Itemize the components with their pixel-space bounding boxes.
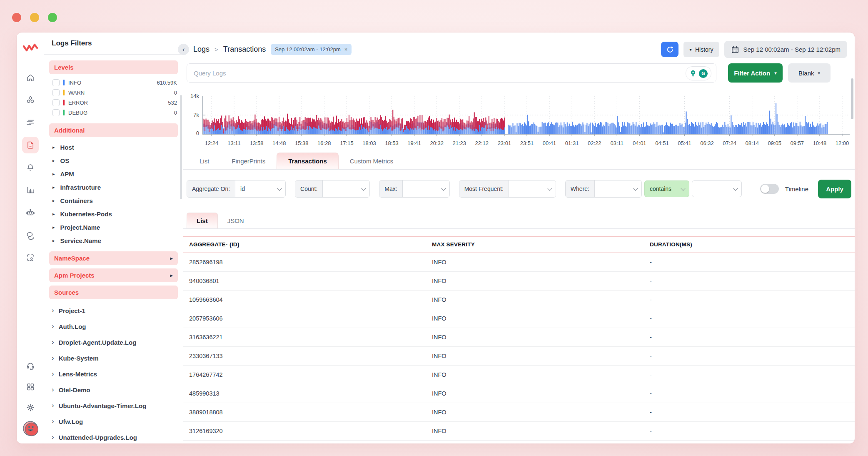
filter-select-where-value[interactable] — [692, 180, 742, 197]
services-cluster-icon[interactable] — [22, 92, 39, 108]
namespace-section-header[interactable]: NameSpace ▸ — [49, 251, 178, 265]
traces-list-icon[interactable] — [22, 114, 39, 131]
table-row[interactable]: 2330367133INFO- — [183, 347, 855, 366]
chip-close-icon[interactable]: × — [344, 46, 348, 53]
table-header: AGGREGATE- {ID} MAX SEVERITY DURATION(MS… — [183, 236, 855, 253]
additional-item-host[interactable]: ▸Host — [49, 140, 178, 154]
refresh-button[interactable] — [661, 42, 678, 57]
checkbox[interactable] — [52, 99, 60, 106]
source-item-project-1[interactable]: ›Project-1 — [49, 303, 178, 318]
level-row-debug[interactable]: DEBUG0 — [49, 108, 178, 118]
filter-select-aggregate-on[interactable]: id — [235, 180, 285, 197]
back-button[interactable]: ‹ — [178, 44, 189, 55]
cell-aggregate-id: 1764267742 — [189, 371, 432, 378]
levels-section-header[interactable]: Levels — [49, 60, 178, 74]
additional-item-infrastructure[interactable]: ▸Infrastructure — [49, 180, 178, 194]
table-row[interactable]: 1059663604INFO- — [183, 291, 855, 309]
additional-section-header[interactable]: Additional — [49, 123, 178, 137]
tab-custom-metrics[interactable]: Custom Metrics — [339, 153, 404, 169]
additional-item-containers[interactable]: ▸Containers — [49, 194, 178, 207]
source-item-otel-demo[interactable]: ›Otel-Demo — [49, 382, 178, 398]
settings-gear-icon[interactable] — [22, 399, 39, 416]
source-item-droplet-agent-update-log[interactable]: ›Droplet-Agent.Update.Log — [49, 334, 178, 350]
user-session-scan-icon[interactable] — [22, 249, 39, 266]
date-range-picker[interactable]: Sep 12 00:02am - Sep 12 12:02pm — [724, 41, 848, 58]
table-row[interactable]: 3126169320INFO- — [183, 422, 855, 441]
log-volume-chart[interactable] — [202, 96, 850, 138]
checkbox[interactable] — [52, 79, 60, 86]
table-row[interactable]: 2852696198INFO- — [183, 253, 855, 272]
table-row[interactable]: 246886472INFO- — [183, 441, 855, 443]
subtab-list[interactable]: List — [187, 213, 218, 228]
additional-item-apm[interactable]: ▸APM — [49, 167, 178, 180]
alerts-bell-icon[interactable] — [22, 159, 39, 176]
tab-fingerprints[interactable]: FingerPrints — [220, 153, 277, 169]
filter-action-button[interactable]: Filter Action ▾ — [728, 63, 783, 83]
brand-logo-icon[interactable] — [22, 42, 39, 54]
additional-item-label: APM — [60, 170, 74, 178]
table-row[interactable]: 1764267742INFO- — [183, 366, 855, 384]
filter-select-count[interactable] — [323, 180, 369, 197]
additional-item-service-name[interactable]: ▸Service.Name — [49, 234, 178, 247]
source-item-ubuntu-advantage-timer-log[interactable]: ›Ubuntu-Advantage-Timer.Log — [49, 398, 178, 413]
table-row[interactable]: 3163636221INFO- — [183, 328, 855, 347]
support-headset-icon[interactable] — [22, 358, 39, 374]
sources-section-header[interactable]: Sources — [49, 286, 178, 299]
table-row[interactable]: 940036801INFO- — [183, 272, 855, 291]
x-tick-label: 16:28 — [312, 140, 336, 146]
col-duration-ms[interactable]: DURATION(MS) — [650, 241, 855, 248]
home-icon[interactable] — [22, 69, 39, 86]
table-row[interactable]: 485990313INFO- — [183, 384, 855, 403]
checkbox[interactable] — [52, 109, 60, 116]
history-button[interactable]: ● History — [683, 42, 719, 57]
filter-select-max[interactable] — [403, 180, 449, 197]
additional-item-os[interactable]: ▸OS — [49, 154, 178, 167]
source-item-unattended-upgrades-log[interactable]: ›Unattended-Upgrades.Log — [49, 429, 178, 443]
timeline-toggle[interactable] — [760, 184, 779, 194]
filter-select-value: contains — [650, 185, 671, 192]
col-max-severity[interactable]: MAX SEVERITY — [432, 241, 650, 248]
chat-bubbles-icon[interactable] — [22, 227, 39, 243]
level-row-warn[interactable]: WARN0 — [49, 88, 178, 98]
source-item-ufw-log[interactable]: ›Ufw.Log — [49, 413, 178, 429]
ai-bot-icon[interactable] — [22, 204, 39, 221]
filter-select-where-field[interactable] — [595, 180, 641, 197]
level-row-error[interactable]: ERROR532 — [49, 98, 178, 108]
source-item-auth-log[interactable]: ›Auth.Log — [49, 318, 178, 334]
time-range-chip[interactable]: Sep 12 00:02am - 12:02pm × — [271, 44, 352, 55]
filter-select-most-frequent[interactable] — [509, 180, 556, 197]
suggestion-bulb-icon[interactable] — [689, 70, 697, 77]
additional-item-kubernetes-pods[interactable]: ▸Kubernetes-Pods — [49, 207, 178, 220]
level-row-info[interactable]: INFO610.59K — [49, 78, 178, 88]
x-tick-label: 04:51 — [650, 140, 673, 146]
additional-item-project-name[interactable]: ▸Project.Name — [49, 220, 178, 234]
chevron-right-icon: › — [52, 433, 54, 441]
table-row[interactable]: 3889018808INFO- — [183, 403, 855, 422]
subtab-json[interactable]: JSON — [218, 213, 254, 228]
apply-button[interactable]: Apply — [818, 180, 851, 198]
tab-transactions[interactable]: Transactions — [277, 153, 339, 169]
table-row[interactable]: 2057953606INFO- — [183, 309, 855, 328]
x-tick-label: 20:32 — [425, 140, 449, 146]
query-ai-icon[interactable]: G — [699, 69, 708, 78]
zoom-window-button[interactable] — [48, 13, 57, 22]
minimize-window-button[interactable] — [30, 13, 39, 22]
checkbox[interactable] — [52, 89, 60, 96]
source-item-lens-metrics[interactable]: ›Lens-Metrics — [49, 366, 178, 382]
sidebar-scrollbar[interactable] — [180, 95, 182, 199]
close-window-button[interactable] — [12, 13, 21, 22]
apps-grid-icon[interactable] — [22, 378, 39, 395]
dashboards-chart-icon[interactable] — [22, 182, 39, 198]
user-avatar[interactable] — [22, 420, 39, 437]
tab-list[interactable]: List — [188, 153, 220, 169]
source-item-kube-system[interactable]: ›Kube-System — [49, 350, 178, 366]
main-scrollbar[interactable] — [851, 78, 853, 119]
logs-icon[interactable] — [22, 137, 39, 153]
blank-view-button[interactable]: Blank ▾ — [788, 63, 831, 83]
breadcrumb-logs[interactable]: Logs — [193, 45, 210, 54]
query-logs-input[interactable] — [187, 63, 716, 83]
col-aggregate-id[interactable]: AGGREGATE- {ID} — [189, 241, 432, 248]
additional-item-label: Host — [60, 144, 74, 151]
filter-select-operator[interactable]: contains — [644, 180, 689, 197]
apm-projects-section-header[interactable]: Apm Projects ▸ — [49, 268, 178, 282]
